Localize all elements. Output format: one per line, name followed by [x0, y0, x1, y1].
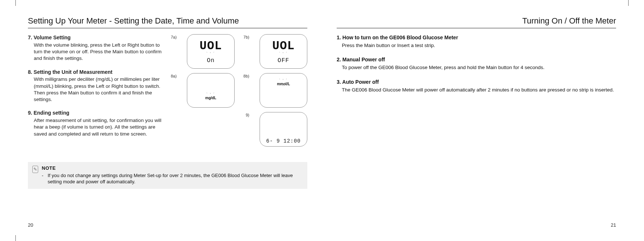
section-body: The GE006 Blood Glucose Meter will power… [342, 87, 616, 94]
lcd-screen-8b: ` ' ´ mmol/L ´ ' ` [260, 73, 307, 108]
lcd-screen-7b: UOL ` ' ´ OFF [260, 34, 307, 69]
section-r2: 2. Manual Power off To power off the GE0… [337, 56, 616, 71]
lcd-big-text: UOL [200, 39, 222, 53]
section-8: 8. Setting the Unit of Measurement With … [28, 69, 163, 103]
crop-mark [15, 235, 16, 241]
page-number-left: 20 [28, 222, 33, 228]
blink-indicator-icon: ´ ' ` [279, 86, 288, 88]
section-body: With milligrams per deciliter (mg/dL) or… [34, 76, 163, 103]
section-title: 2. Manual Power off [337, 56, 616, 64]
section-title: 1. How to turn on the GE006 Blood Glucos… [337, 34, 616, 42]
section-9: 9. Ending setting After measurement of u… [28, 109, 163, 137]
lcd-screen-9: 6- 9 12:00 [260, 112, 307, 147]
crop-mark [628, 0, 629, 6]
page-number-right: 21 [611, 222, 616, 228]
lcd-bottom-text: 6- 9 12:00 [260, 138, 307, 144]
section-7: 7. Volume Setting With the volume blinki… [28, 34, 163, 62]
section-title: 8. Setting the Unit of Measurement [28, 69, 163, 76]
figure-label-7a: 7a) [171, 35, 177, 39]
figure-label-7b: 7b) [243, 35, 249, 39]
note-box: ✎ NOTE - If you do not change any settin… [28, 162, 307, 189]
bullet-dash: - [42, 172, 45, 185]
figure-label-8b: 8b) [243, 74, 249, 78]
page-title-right: Turning On / Off the Meter [337, 16, 616, 28]
blink-indicator-icon: ` ' ´ [206, 53, 215, 55]
figure-label-9: 9) [246, 113, 249, 117]
left-figures-column: 7a) UOL ` ' ´ On 7b) UOL ` ' ´ [171, 34, 307, 151]
lcd-big-text: UOL [272, 39, 294, 53]
blink-indicator-icon: ´ ' ` [206, 100, 215, 102]
note-body-text: If you do not change any settings during… [48, 172, 303, 185]
page-left: Setting Up Your Meter - Setting the Date… [28, 16, 322, 222]
section-title: 7. Volume Setting [28, 34, 163, 41]
lcd-small-text: OFF [278, 57, 289, 64]
figure-label-8a: 8a) [171, 74, 177, 78]
section-body: With the volume blinking, press the Left… [34, 42, 163, 62]
left-text-column: 7. Volume Setting With the volume blinki… [28, 34, 163, 151]
page-right: Turning On / Off the Meter 1. How to tur… [322, 16, 616, 222]
lcd-screen-7a: UOL ` ' ´ On [187, 34, 235, 69]
manual-spread: Setting Up Your Meter - Setting the Date… [0, 0, 644, 241]
section-r1: 1. How to turn on the GE006 Blood Glucos… [337, 34, 616, 49]
note-title: NOTE [42, 165, 303, 172]
lcd-screen-8a: ` ' ´ mg/dL ´ ' ` [187, 73, 235, 108]
crop-mark [15, 0, 16, 6]
section-body: To power off the GE006 Blood Glucose Met… [342, 64, 616, 71]
section-r3: 3. Auto Power off The GE006 Blood Glucos… [337, 79, 616, 93]
section-body: Press the Main button or Insert a test s… [342, 42, 616, 49]
note-icon: ✎ [32, 166, 38, 173]
page-title-left: Setting Up Your Meter - Setting the Date… [28, 16, 307, 28]
section-body: After measurement of unit setting, for c… [34, 117, 163, 137]
section-title: 9. Ending setting [28, 109, 163, 116]
lcd-small-text: On [207, 57, 214, 64]
section-title: 3. Auto Power off [337, 79, 616, 86]
blink-indicator-icon: ` ' ´ [279, 53, 288, 55]
